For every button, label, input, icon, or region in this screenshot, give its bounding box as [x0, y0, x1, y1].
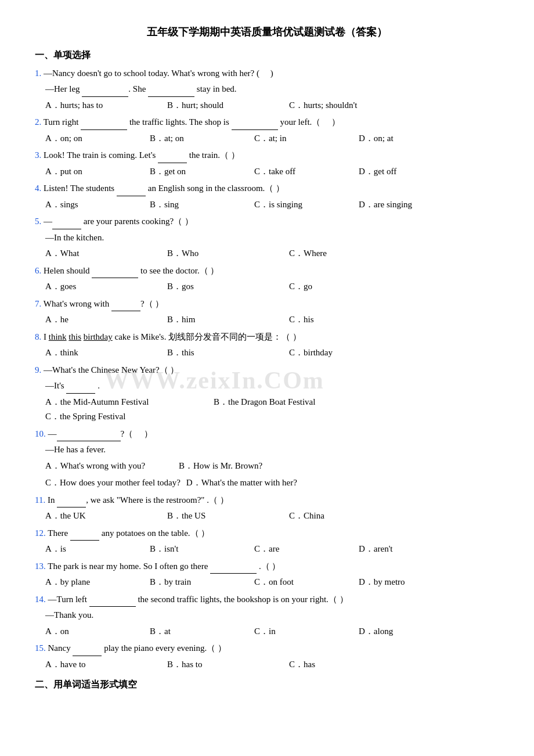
q14-num: 14. — [35, 595, 46, 604]
q3-stem: Look! The train is coming. Let's the tra… — [44, 150, 240, 160]
q14-optC: C．in — [254, 624, 353, 639]
q15-optB: B．has to — [167, 657, 283, 672]
q15-optA: A．have to — [45, 657, 161, 672]
q14-optA: A．on — [45, 624, 144, 639]
q10-num: 10. — [35, 429, 46, 438]
q6-options: A．goes B．gos C．go — [35, 279, 499, 294]
question-13: 13. The park is near my home. So I often… — [35, 559, 499, 590]
question-5: 5. — are your parents cooking?（ ） —In th… — [35, 214, 499, 261]
q4-options: A．sings B．sing C．is singing D．are singin… — [35, 197, 499, 213]
question-10: 10. —?（ ） —He has a fever. A．What's wron… — [35, 427, 499, 491]
q2-optB: B．at; on — [150, 131, 248, 146]
q2-stem: Turn right the traffic lights. The shop … — [44, 117, 340, 127]
q4-num: 4. — [35, 183, 41, 193]
q3-options: A．put on B．get on C．take off D．get off — [35, 164, 499, 179]
q10-optB: B．How is Mr. Brown? — [179, 459, 306, 474]
q3-optB: B．get on — [150, 164, 248, 179]
q7-stem: What's wrong with ?（ ） — [44, 299, 164, 308]
q13-optC: C．on foot — [254, 575, 353, 590]
question-12: 12. There any potatoes on the table.（ ） … — [35, 526, 499, 557]
q7-optC: C．his — [289, 312, 405, 327]
q7-num: 7. — [35, 299, 41, 308]
q15-num: 15. — [35, 643, 46, 653]
q3-optA: A．put on — [45, 164, 144, 179]
q2-options: A．on; on B．at; on C．at; in D．on; at — [35, 131, 499, 146]
question-3: 3. Look! The train is coming. Let's the … — [35, 148, 499, 179]
q14-optB: B．at — [150, 624, 248, 639]
q4-optD: D．are singing — [359, 197, 457, 213]
page-title: 五年级下学期期中英语质量培优试题测试卷（答案） — [35, 23, 499, 41]
q1-num: 1. — [35, 69, 41, 78]
q14-stem: —Turn left the second traffic lights, th… — [48, 595, 348, 604]
q14-options: A．on B．at C．in D．along — [35, 624, 499, 639]
q10-options: A．What's wrong with you? B．How is Mr. Br… — [35, 459, 499, 474]
q14-optD: D．along — [359, 624, 457, 639]
question-14: 14. —Turn left the second traffic lights… — [35, 592, 499, 639]
section2-title: 二、用单词适当形式填空 — [35, 676, 499, 692]
q4-optB: B．sing — [150, 197, 248, 213]
q13-num: 13. — [35, 561, 46, 571]
q8-optB: B．this — [167, 345, 283, 361]
question-2: 2. Turn right the traffic lights. The sh… — [35, 115, 499, 146]
q4-stem: Listen! The students an English song in … — [44, 183, 284, 193]
q12-optC: C．are — [254, 542, 353, 557]
q9-optC: C．the Spring Festival — [45, 409, 208, 424]
q10-optC: C．How does your mother feel today? — [45, 476, 181, 491]
q2-optC: C．at; in — [254, 131, 353, 146]
q4-optC: C．is singing — [254, 197, 353, 213]
q8-optC: C．birthday — [289, 345, 405, 361]
q11-optB: B．the US — [167, 509, 283, 524]
q15-stem: Nancy play the piano every evening.（ ） — [48, 643, 226, 653]
question-1: 1. —Nancy doesn't go to school today. Wh… — [35, 66, 499, 113]
q1-optA: A．hurts; has to — [45, 98, 161, 113]
q2-optD: D．on; at — [359, 131, 457, 146]
q13-optA: A．by plane — [45, 575, 144, 590]
q12-optA: A．is — [45, 542, 144, 557]
q3-num: 3. — [35, 150, 41, 160]
q10-stem: —?（ ） — [48, 429, 153, 438]
q3-optC: C．take off — [254, 164, 353, 179]
q6-stem: Helen should to see the doctor.（ ） — [44, 266, 219, 275]
q13-optD: D．by metro — [359, 575, 457, 590]
q6-optC: C．go — [289, 279, 405, 294]
q1-options: A．hurts; has to B．hurt; should C．hurts; … — [35, 98, 499, 113]
q12-num: 12. — [35, 528, 46, 538]
q5-optA: A．What — [45, 246, 161, 261]
q3-optD: D．get off — [359, 164, 457, 179]
question-4: 4. Listen! The students an English song … — [35, 181, 499, 212]
q8-optA: A．think — [45, 345, 161, 361]
q5-optC: C．Where — [289, 246, 405, 261]
q13-stem: The park is near my home. So I often go … — [48, 561, 280, 571]
q8-num: 8. — [35, 332, 41, 341]
q7-optB: B．him — [167, 312, 283, 327]
q5-sub: —In the kitchen. — [35, 231, 499, 246]
q5-stem: — are your parents cooking?（ ） — [44, 217, 193, 226]
q9-num: 9. — [35, 365, 41, 375]
q12-optB: B．isn't — [150, 542, 248, 557]
q15-optC: C．has — [289, 657, 405, 672]
q14-sub: —Thank you. — [35, 608, 499, 623]
q12-options: A．is B．isn't C．are D．aren't — [35, 542, 499, 557]
q9-options: A．the Mid-Autumn Festival B．the Dragon B… — [35, 395, 499, 424]
q8-stem: I think this birthday cake is Mike's. 划线… — [44, 332, 301, 341]
q13-options: A．by plane B．by train C．on foot D．by met… — [35, 575, 499, 590]
q6-num: 6. — [35, 266, 41, 275]
q10-sub: —He has a fever. — [35, 442, 499, 458]
q8-options: A．think B．this C．birthday — [35, 345, 499, 361]
q1-stem: —Nancy doesn't go to school today. What'… — [44, 69, 273, 78]
q1-optB: B．hurt; should — [167, 98, 283, 113]
q12-stem: There any potatoes on the table.（ ） — [48, 528, 210, 538]
q7-optA: A．he — [45, 312, 161, 327]
q10-optD: D．What's the matter with her? — [186, 476, 314, 491]
question-8: 8. I think this birthday cake is Mike's.… — [35, 330, 499, 361]
q9-optA: A．the Mid-Autumn Festival — [45, 395, 208, 410]
q11-optA: A．the UK — [45, 509, 161, 524]
q11-stem: In , we ask "Where is the restroom?" .（ … — [48, 495, 229, 505]
q15-options: A．have to B．has to C．has — [35, 657, 499, 672]
q2-num: 2. — [35, 117, 41, 127]
q10-optA: A．What's wrong with you? — [45, 459, 173, 474]
section1-title: 一、单项选择 — [35, 47, 499, 63]
q2-optA: A．on; on — [45, 131, 144, 146]
question-7: 7. What's wrong with ?（ ） A．he B．him C．h… — [35, 297, 499, 327]
q11-options: A．the UK B．the US C．China — [35, 509, 499, 524]
